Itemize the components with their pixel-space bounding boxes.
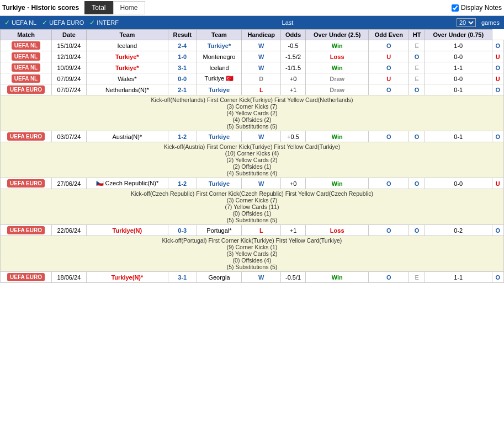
match-date: 07/09/24 xyxy=(52,73,87,84)
match-badge: UEFA NL xyxy=(1,73,52,84)
detail-row: Kick-off(Austria) First Corner Kick(Turk… xyxy=(1,142,504,178)
ht: 1-0 xyxy=(425,40,492,51)
odds: Draw xyxy=(306,73,369,84)
display-notes-checkbox[interactable] xyxy=(452,4,459,12)
team1-name: Wales* xyxy=(86,73,168,84)
odds: Win xyxy=(306,40,369,51)
col-result: Result xyxy=(168,30,197,40)
team1-name: Iceland xyxy=(86,40,168,51)
oddeven: O xyxy=(409,131,425,142)
team2-name: Portugal* xyxy=(197,225,242,236)
col-odds: Odds xyxy=(281,30,306,40)
filter-interf: ✓ INTERF xyxy=(89,19,119,26)
page-title: Turkiye - Historic scores xyxy=(2,4,79,12)
match-badge: UEFA EURO xyxy=(1,84,52,95)
handicap: +0 xyxy=(281,73,306,84)
table-row: UEFA EURO07/07/24Netherlands(N)*2-1Turki… xyxy=(1,84,504,95)
wdl: L xyxy=(242,84,281,95)
col-ou075: Over Under (0.75) xyxy=(425,30,492,40)
handicap: +1 xyxy=(281,225,306,236)
header: Turkiye - Historic scores Total Home Dis… xyxy=(0,0,504,16)
filter-uefa-nl: ✓ UEFA NL xyxy=(4,19,36,26)
match-badge: UEFA NL xyxy=(1,62,52,73)
check-icon-euro: ✓ xyxy=(42,19,47,26)
col-team1: Team xyxy=(86,30,168,40)
ou25: O xyxy=(369,225,409,236)
ou25: O xyxy=(369,178,409,189)
team1-name: Turkiye(N)* xyxy=(86,272,168,283)
ou25: U xyxy=(369,73,409,84)
detail-content: Kick-off(Netherlands) First Corner Kick(… xyxy=(1,95,504,131)
match-result: 1-0 xyxy=(168,51,197,62)
wdl: W xyxy=(242,51,281,62)
display-notes-container: Display Notes xyxy=(452,4,502,12)
col-ht: HT xyxy=(409,30,425,40)
filter-row: ✓ UEFA NL ✓ UEFA EURO ✓ INTERF Last 5101… xyxy=(0,16,504,29)
col-match: Match xyxy=(1,30,52,40)
match-badge: UEFA EURO xyxy=(1,131,52,142)
table-row: UEFA NL10/09/24Turkiye*3-1IcelandW-1/1.5… xyxy=(1,62,504,73)
ou25: O xyxy=(369,272,409,283)
ht: 0-1 xyxy=(425,84,492,95)
tab-total[interactable]: Total xyxy=(84,1,113,14)
team1-name: Turkiye* xyxy=(86,51,168,62)
match-date: 10/09/24 xyxy=(52,62,87,73)
last-select[interactable]: 51015202530 xyxy=(457,18,476,27)
table-row: UEFA NL15/10/24Iceland2-4Turkiye*W-0.5Wi… xyxy=(1,40,504,51)
team1-name: Netherlands(N)* xyxy=(86,84,168,95)
match-result: 1-2 xyxy=(168,131,197,142)
match-badge: UEFA NL xyxy=(1,51,52,62)
odds: Loss xyxy=(306,225,369,236)
match-result: 2-4 xyxy=(168,40,197,51)
team2-name: Turkiye 🇹🇷 xyxy=(197,73,242,84)
ht: 0-1 xyxy=(425,131,492,142)
oddeven: O xyxy=(409,84,425,95)
ou075: O xyxy=(492,40,503,51)
handicap: +0.5 xyxy=(281,131,306,142)
match-result: 2-1 xyxy=(168,84,197,95)
match-date: 15/10/24 xyxy=(52,40,87,51)
handicap: +0 xyxy=(281,178,306,189)
table-row: UEFA EURO22/06/24Turkiye(N)0-3Portugal*L… xyxy=(1,225,504,236)
wdl: W xyxy=(242,62,281,73)
team2-name: Georgia xyxy=(197,272,242,283)
odds: Win xyxy=(306,178,369,189)
detail-row: Kick-off(Czech Republic) First Corner Ki… xyxy=(1,189,504,225)
wdl: D xyxy=(242,73,281,84)
team1-name: Turkiye(N) xyxy=(86,225,168,236)
match-result: 0-0 xyxy=(168,73,197,84)
match-date: 27/06/24 xyxy=(52,178,87,189)
tab-home[interactable]: Home xyxy=(113,1,145,14)
ou25: O xyxy=(369,62,409,73)
odds: Win xyxy=(306,62,369,73)
col-team2: Team xyxy=(197,30,242,40)
oddeven: O xyxy=(409,51,425,62)
match-badge: UEFA EURO xyxy=(1,272,52,283)
wdl: L xyxy=(242,225,281,236)
odds: Win xyxy=(306,272,369,283)
odds: Loss xyxy=(306,51,369,62)
table-row: UEFA EURO18/06/24Turkiye(N)*3-1GeorgiaW-… xyxy=(1,272,504,283)
ou075: U xyxy=(492,178,503,189)
detail-content: Kick-off(Czech Republic) First Corner Ki… xyxy=(1,189,504,225)
team1-name: 🇨🇿 Czech Republic(N)* xyxy=(86,178,168,189)
team2-name: Turkiye xyxy=(197,178,242,189)
wdl: W xyxy=(242,178,281,189)
detail-content: Kick-off(Portugal) First Corner Kick(Tur… xyxy=(1,236,504,272)
ou075: O xyxy=(492,225,503,236)
ou075: O xyxy=(492,62,503,73)
display-notes-label: Display Notes xyxy=(461,4,502,12)
col-oddeven: Odd Even xyxy=(369,30,409,40)
filter-label-interf: INTERF xyxy=(97,19,119,26)
filter-label-nl: UEFA NL xyxy=(12,19,36,26)
col-date: Date xyxy=(52,30,87,40)
odds: Win xyxy=(306,131,369,142)
ou25: O xyxy=(369,84,409,95)
ht: 0-0 xyxy=(425,73,492,84)
col-handicap: Handicap xyxy=(242,30,281,40)
match-result: 1-2 xyxy=(168,178,197,189)
table-row: UEFA NL07/09/24Wales*0-0Turkiye 🇹🇷D+0Dra… xyxy=(1,73,504,84)
wdl: W xyxy=(242,40,281,51)
match-badge: UEFA NL xyxy=(1,40,52,51)
oddeven: E xyxy=(409,40,425,51)
